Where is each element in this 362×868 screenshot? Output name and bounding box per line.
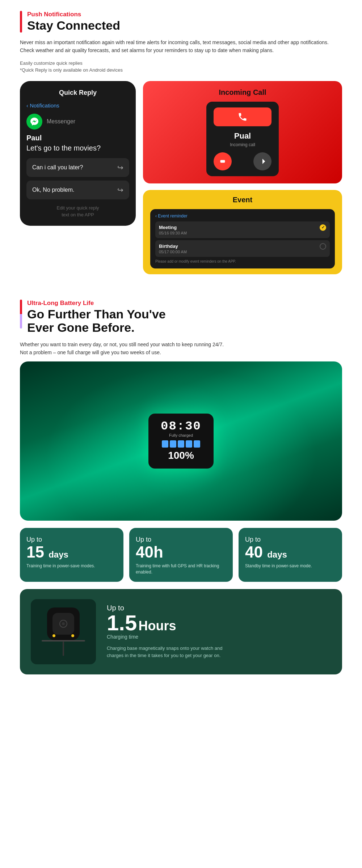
battery-bar-3	[178, 440, 184, 448]
event-check-icon: ✓	[320, 224, 326, 231]
stat-2-value: 40h	[136, 544, 226, 560]
notifications-header: Push Notifications Stay Connected	[20, 11, 342, 33]
qr-reply-btn-1[interactable]: Can i call you later? ↪	[26, 158, 129, 177]
charging-section: Up to 1.5 Hours Charging time Charging b…	[20, 589, 342, 674]
notifications-section: Push Notifications Stay Connected Never …	[0, 0, 362, 289]
dual-accent-bar	[20, 300, 22, 329]
battery-bar-4	[186, 440, 192, 448]
charging-value: 1.5	[107, 612, 137, 634]
battery-title: Go Further Than You've Ever Gone Before.	[27, 308, 166, 335]
battery-description: Whether you want to train every day, or …	[20, 340, 342, 357]
event-item-2: Birthday 05/17 00:00 AM	[155, 240, 330, 257]
watch-percent: 100%	[157, 450, 205, 461]
call-watch: Pual Incoming call	[206, 102, 279, 176]
qr-back: ‹ Notifications	[26, 102, 129, 109]
battery-header: Ultra-Long Battery Life Go Further Than …	[20, 300, 342, 335]
qr-app-name: Messenger	[47, 118, 75, 125]
battery-bar-2	[170, 440, 176, 448]
battery-header-text: Ultra-Long Battery Life Go Further Than …	[27, 300, 166, 335]
event-watch: ‹ Event reminder Meeting ✓ 05/16 09:30 A…	[150, 209, 335, 268]
event-item-1: Meeting ✓ 05/16 09:30 AM	[155, 221, 330, 238]
call-answer-btn[interactable]	[214, 107, 272, 126]
reply-arrow-icon-2: ↪	[117, 186, 123, 194]
event-item-2-title: Birthday	[159, 243, 326, 250]
qr-sender: Paul	[26, 134, 129, 142]
charging-dot-1	[52, 634, 55, 637]
call-forward-btn[interactable]	[253, 152, 272, 170]
qr-reply-text-2: Ok, No problem.	[32, 187, 74, 193]
stat-card-1: Up to 15 days Training time in power-sav…	[20, 528, 123, 582]
battery-stats: Up to 15 days Training time in power-sav…	[20, 528, 342, 582]
notifications-header-text: Push Notifications Stay Connected	[27, 11, 120, 32]
notification-demos: Quick Reply ‹ Notifications Messenger Pa…	[20, 81, 342, 274]
note1: Easily customize quick replies	[20, 60, 342, 67]
incoming-call-label: Incoming Call	[150, 88, 335, 97]
battery-bar-5	[194, 440, 200, 448]
event-unchecked-icon	[320, 243, 326, 250]
charging-dot-2	[71, 634, 74, 637]
red-accent-bar	[20, 11, 22, 33]
charging-watch-image	[31, 599, 96, 664]
event-back: ‹ Event reminder	[155, 213, 330, 219]
messenger-icon	[26, 114, 42, 130]
call-name: Pual	[214, 131, 272, 141]
battery-bar-1	[162, 440, 168, 448]
event-label: Event	[150, 196, 335, 204]
call-subtitle: Incoming call	[214, 142, 272, 147]
stat-1-value: 15 days	[26, 544, 117, 560]
notifications-subtitle: Push Notifications	[27, 11, 120, 18]
qr-footer: Edit your quick replytext on the APP	[26, 204, 129, 219]
reply-arrow-icon-1: ↪	[117, 163, 123, 172]
stat-1-desc: Training time in power-save modes.	[26, 563, 117, 569]
quick-reply-phone: Quick Reply ‹ Notifications Messenger Pa…	[20, 81, 136, 226]
event-item-1-date: 05/16 09:30 AM	[159, 231, 326, 235]
event-footer-note: Please add or modify event reminders on …	[155, 259, 330, 264]
watch-display: 08:30 Fully charged 100%	[148, 414, 214, 469]
charging-unit: Hours	[138, 618, 176, 634]
event-item-1-title: Meeting ✓	[159, 224, 326, 231]
qr-title: Quick Reply	[26, 89, 129, 97]
stat-3-upto: Up to	[245, 536, 336, 543]
qr-message: Let's go to the movies?	[26, 144, 129, 152]
stat-card-2: Up to 40h Training time with full GPS an…	[129, 528, 233, 582]
charging-desc: Charging base magnetically snaps onto yo…	[107, 645, 237, 660]
svg-rect-0	[220, 160, 225, 162]
stat-2-desc: Training time with full GPS and HR track…	[136, 563, 226, 575]
watch-charged-label: Fully charged	[157, 433, 205, 437]
charging-text-area: Up to 1.5 Hours Charging time Charging b…	[107, 604, 331, 660]
stat-1-upto: Up to	[26, 536, 117, 543]
incoming-call-panel: Incoming Call Pual Incoming call	[143, 81, 342, 183]
event-panel: Event ‹ Event reminder Meeting ✓ 05/16 0…	[143, 190, 342, 274]
charging-upto: Up to	[107, 604, 331, 612]
charging-label: Charging time	[107, 634, 331, 640]
notifications-note: Easily customize quick replies *Quick Re…	[20, 60, 342, 74]
qr-reply-btn-2[interactable]: Ok, No problem. ↪	[26, 181, 129, 199]
battery-hero: 08:30 Fully charged 100%	[20, 361, 342, 521]
charging-watch-body	[47, 607, 80, 640]
qr-reply-text-1: Can i call you later?	[32, 164, 83, 171]
svg-point-2	[62, 622, 65, 625]
battery-bars	[157, 440, 205, 448]
right-panels: Incoming Call Pual Incoming call	[143, 81, 342, 274]
stat-3-desc: Standby time in power-save mode.	[245, 563, 336, 569]
battery-section: Ultra-Long Battery Life Go Further Than …	[0, 289, 362, 674]
notifications-description: Never miss an important notification aga…	[20, 38, 342, 55]
event-item-2-date: 05/17 00:00 AM	[159, 250, 326, 254]
stat-card-3: Up to 40 days Standby time in power-save…	[239, 528, 342, 582]
battery-subtitle: Ultra-Long Battery Life	[27, 300, 166, 307]
watch-time: 08:30	[157, 419, 205, 433]
stat-3-value: 40 days	[245, 544, 336, 560]
qr-app-row: Messenger	[26, 114, 129, 130]
call-actions	[214, 152, 272, 170]
note2: *Quick Reply is only available on Androi…	[20, 67, 342, 74]
notifications-title: Stay Connected	[27, 19, 120, 32]
call-decline-btn[interactable]	[214, 152, 232, 170]
stat-2-upto: Up to	[136, 536, 226, 543]
